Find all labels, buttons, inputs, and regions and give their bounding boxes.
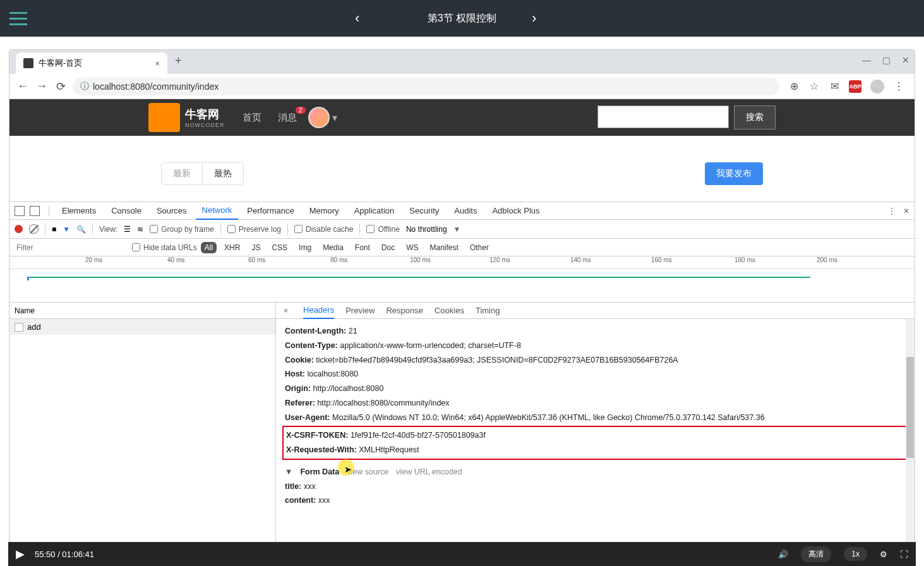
request-row[interactable]: add [9, 319, 275, 335]
speed-button[interactable]: 1x [844, 547, 867, 561]
group-frame-checkbox[interactable] [150, 225, 158, 233]
menu-dots-icon[interactable]: ⋮ [893, 81, 904, 92]
disable-cache-checkbox[interactable] [294, 225, 303, 233]
network-filter-input[interactable] [15, 241, 128, 254]
detail-tab-response[interactable]: Response [386, 303, 423, 319]
favicon-icon [23, 58, 33, 68]
filter-js[interactable]: JS [248, 242, 264, 253]
dt-tab-performance[interactable]: Performance [241, 202, 300, 220]
info-icon[interactable]: ⓘ [80, 81, 89, 92]
filter-xhr[interactable]: XHR [220, 242, 244, 253]
star-icon[interactable]: ☆ [808, 81, 820, 92]
header-referer: Referer: http://localhost:8080/community… [285, 396, 906, 411]
dt-more-icon[interactable]: ⋮ [888, 207, 896, 215]
form-data-section[interactable]: Form Data [300, 465, 339, 479]
quality-button[interactable]: 高清 [801, 546, 831, 562]
hide-data-urls-checkbox[interactable] [132, 243, 140, 251]
network-timeline[interactable]: 20 ms 40 ms 60 ms 80 ms 100 ms 120 ms 14… [9, 256, 915, 303]
reload-icon[interactable]: ⟳ [54, 80, 68, 93]
dt-tab-adblock[interactable]: Adblock Plus [486, 202, 546, 220]
detail-tab-cookies[interactable]: Cookies [435, 303, 464, 319]
chart-view-icon[interactable]: ≋ [137, 225, 143, 234]
form-title: title: xxx [285, 479, 906, 494]
search-input[interactable] [597, 105, 729, 128]
play-icon[interactable]: ▶ [16, 547, 25, 561]
record-icon[interactable] [15, 225, 23, 233]
user-avatar[interactable] [308, 107, 330, 128]
nav-home[interactable]: 首页 [243, 112, 261, 124]
form-content: content: xxx [285, 493, 906, 508]
search-button[interactable]: 搜索 [734, 105, 776, 129]
fullscreen-icon[interactable]: ⛶ [900, 550, 908, 559]
dt-tab-application[interactable]: Application [348, 202, 401, 220]
forward-icon[interactable]: → [35, 80, 49, 93]
new-tab-button[interactable]: + [175, 54, 182, 74]
list-view-icon[interactable]: ☰ [124, 225, 131, 234]
filter-media[interactable]: Media [319, 242, 347, 253]
nav-messages[interactable]: 消息 2 [278, 112, 297, 124]
header-origin: Origin: http://localhost:8080 [285, 382, 906, 396]
clear-icon[interactable] [29, 224, 39, 234]
dt-tab-audits[interactable]: Audits [448, 202, 483, 220]
tab-newest[interactable]: 最新 [162, 163, 202, 184]
back-icon[interactable]: ← [16, 80, 30, 93]
maximize-icon[interactable]: ▢ [882, 55, 891, 65]
offline-checkbox[interactable] [366, 225, 375, 233]
filter-icon[interactable]: ▼ [63, 225, 70, 234]
close-detail-icon[interactable]: × [280, 306, 292, 315]
name-column-header[interactable]: Name [9, 303, 275, 319]
mail-icon[interactable]: ✉ [829, 81, 840, 92]
lesson-title: 第3节 权限控制 [428, 12, 496, 25]
dt-tab-network[interactable]: Network [196, 202, 239, 220]
dt-tab-sources[interactable]: Sources [150, 202, 193, 220]
preserve-log-checkbox[interactable] [227, 225, 236, 233]
dt-tab-memory[interactable]: Memory [303, 202, 345, 220]
filter-css[interactable]: CSS [268, 242, 291, 253]
site-logo[interactable]: 牛客网 NOWCODER [148, 103, 225, 132]
publish-button[interactable]: 我要发布 [705, 162, 763, 185]
filter-img[interactable]: Img [295, 242, 315, 253]
close-tab-icon[interactable]: × [155, 59, 160, 68]
dt-tab-security[interactable]: Security [403, 202, 445, 220]
dt-close-icon[interactable]: ✕ [903, 207, 909, 215]
prev-icon[interactable]: ‹ [355, 10, 359, 27]
scrollbar[interactable] [906, 319, 915, 551]
header-content-type: Content-Type: application/x-www-form-url… [285, 339, 906, 353]
volume-icon[interactable]: 🔊 [778, 550, 788, 559]
menu-icon[interactable] [9, 12, 27, 25]
next-icon[interactable]: › [532, 10, 536, 27]
browser-tab[interactable]: 牛客网-首页 × [16, 52, 167, 74]
cursor-icon: ➤ [344, 462, 352, 478]
view-url-encoded-link[interactable]: view URL encoded [396, 465, 462, 479]
detail-tab-timing[interactable]: Timing [476, 303, 500, 319]
header-host: Host: localhost:8080 [285, 367, 906, 382]
filter-other[interactable]: Other [466, 242, 493, 253]
dt-tab-console[interactable]: Console [105, 202, 148, 220]
device-icon[interactable] [30, 206, 40, 216]
detail-tab-preview[interactable]: Preview [345, 303, 375, 319]
filter-manifest[interactable]: Manifest [426, 242, 462, 253]
close-icon[interactable]: ✕ [902, 55, 909, 65]
profile-icon[interactable] [870, 80, 884, 93]
tab-hottest[interactable]: 最热 [202, 163, 243, 184]
header-csrf-token: X-CSRF-TOKEN: 1fef91fe-f2cf-40d5-bf27-57… [286, 428, 904, 443]
search-icon[interactable]: 🔍 [76, 225, 86, 234]
camera-icon[interactable]: ■ [52, 225, 56, 234]
filter-ws[interactable]: WS [402, 242, 422, 253]
address-bar[interactable]: ⓘ localhost:8080/community/index [73, 78, 779, 95]
video-time: 55:50 / 01:06:41 [35, 550, 94, 559]
throttle-select[interactable]: No throttling [406, 225, 447, 234]
abp-icon[interactable]: ABP [849, 80, 861, 93]
caret-down-icon[interactable]: ▼ [453, 225, 461, 234]
minimize-icon[interactable]: — [862, 55, 871, 65]
filter-font[interactable]: Font [351, 242, 374, 253]
zoom-icon[interactable]: ⊕ [788, 81, 800, 92]
filter-all[interactable]: All [201, 242, 217, 253]
inspect-icon[interactable] [15, 206, 25, 216]
detail-tab-headers[interactable]: Headers [303, 303, 334, 319]
filter-doc[interactable]: Doc [378, 242, 399, 253]
header-cookie: Cookie: ticket=bb7fe4ed7b8949b49cfd9f3a3… [285, 353, 906, 368]
settings-icon[interactable]: ⚙ [880, 550, 887, 559]
dt-tab-elements[interactable]: Elements [56, 202, 102, 220]
caret-down-icon[interactable]: ▾ [332, 112, 337, 124]
